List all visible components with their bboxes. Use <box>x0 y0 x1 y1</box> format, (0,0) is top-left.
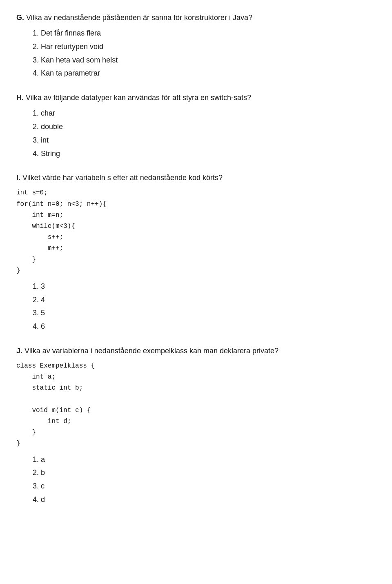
option-text: b <box>41 468 45 477</box>
list-item: 3. 5 <box>33 307 376 319</box>
option-text: Det får finnas flera <box>41 29 101 37</box>
option-text: c <box>41 482 45 490</box>
code-line: static int b; <box>16 384 83 392</box>
option-text: Kan ta parametrar <box>41 69 100 77</box>
question-G-options: 1. Det får finnas flera 2. Har returtype… <box>33 27 376 79</box>
code-line: for(int n=0; n<3; n++){ <box>16 201 107 208</box>
option-text: 3 <box>41 282 45 290</box>
option-text: double <box>41 123 63 131</box>
list-item: 1. Det får finnas flera <box>33 27 376 39</box>
question-H: H. Vilka av följande datatyper kan använ… <box>16 92 376 159</box>
option-num: 4. <box>33 322 39 330</box>
option-num: 3. <box>33 482 39 490</box>
code-line: } <box>16 440 20 447</box>
list-item: 4. 6 <box>33 321 376 332</box>
option-num: 4. <box>33 495 39 504</box>
list-item: 1. 3 <box>33 281 376 292</box>
option-num: 1. <box>33 109 39 117</box>
option-num: 3. <box>33 56 39 64</box>
list-item: 2. double <box>33 121 376 133</box>
question-G-label: G. <box>16 13 24 22</box>
question-J-header: J. Vilka av variablerna i nedanstående e… <box>16 345 376 357</box>
option-num: 2. <box>33 468 39 477</box>
code-line: } <box>16 429 36 436</box>
question-H-header: H. Vilka av följande datatyper kan använ… <box>16 92 376 103</box>
list-item: 3. c <box>33 480 376 492</box>
option-num: 4. <box>33 69 39 77</box>
list-item: 4. String <box>33 148 376 160</box>
option-text: d <box>41 495 45 504</box>
list-item: 4. Kan ta parametrar <box>33 67 376 79</box>
list-item: 2. Har returtypen void <box>33 41 376 53</box>
option-num: 3. <box>33 136 39 144</box>
option-text: String <box>41 149 60 158</box>
question-I-header: I. Vilket värde har variabeln s efter at… <box>16 172 376 183</box>
list-item: 2. b <box>33 467 376 479</box>
question-J-text: Vilka av variablerna i nedanstående exem… <box>24 347 278 355</box>
question-G: G. Vilka av nedanstående påståenden är s… <box>16 12 376 79</box>
code-line <box>16 396 20 403</box>
question-I: I. Vilket värde har variabeln s efter at… <box>16 172 376 332</box>
code-line: } <box>16 256 36 263</box>
list-item: 4. d <box>33 494 376 506</box>
option-text: Kan heta vad som helst <box>41 56 118 64</box>
question-I-code: int s=0; for(int n=0; n<3; n++){ int m=n… <box>16 187 376 276</box>
code-line: } <box>16 267 20 274</box>
option-text: 4 <box>41 296 45 304</box>
question-J-label: J. <box>16 347 22 355</box>
list-item: 3. int <box>33 134 376 146</box>
option-text: 6 <box>41 322 45 330</box>
code-line: m++; <box>16 245 63 252</box>
question-I-text: Vilket värde har variabeln s efter att n… <box>22 174 223 182</box>
question-H-options: 1. char 2. double 3. int 4. String <box>33 107 376 159</box>
list-item: 2. 4 <box>33 294 376 306</box>
option-text: int <box>41 136 49 144</box>
option-num: 1. <box>33 29 39 37</box>
code-line: void m(int c) { <box>16 407 91 414</box>
option-num: 2. <box>33 123 39 131</box>
code-line: int s=0; <box>16 189 48 196</box>
list-item: 1. a <box>33 454 376 466</box>
list-item: 3. Kan heta vad som helst <box>33 54 376 66</box>
option-text: Har returtypen void <box>41 42 103 51</box>
question-J-options: 1. a 2. b 3. c 4. d <box>33 454 376 506</box>
question-G-header: G. Vilka av nedanstående påståenden är s… <box>16 12 376 23</box>
code-line: class Exempelklass { <box>16 362 95 370</box>
question-J: J. Vilka av variablerna i nedanstående e… <box>16 345 376 506</box>
option-num: 4. <box>33 149 39 158</box>
question-J-code: class Exempelklass { int a; static int b… <box>16 361 376 450</box>
option-text: char <box>41 109 55 117</box>
question-I-label: I. <box>16 174 20 182</box>
question-H-label: H. <box>16 94 24 102</box>
option-num: 2. <box>33 296 39 304</box>
code-line: int d; <box>16 418 71 425</box>
option-text: 5 <box>41 309 45 317</box>
code-line: s++; <box>16 234 63 241</box>
option-num: 1. <box>33 455 39 464</box>
question-G-text: Vilka av nedanstående påståenden är sann… <box>26 13 252 22</box>
list-item: 1. char <box>33 107 376 119</box>
option-num: 3. <box>33 309 39 317</box>
option-text: a <box>41 455 45 464</box>
question-I-options: 1. 3 2. 4 3. 5 4. 6 <box>33 281 376 332</box>
code-line: int a; <box>16 373 56 381</box>
code-line: while(m<3){ <box>16 223 75 230</box>
option-num: 1. <box>33 282 39 290</box>
option-num: 2. <box>33 42 39 51</box>
code-line: int m=n; <box>16 212 63 219</box>
question-H-text: Vilka av följande datatyper kan användas… <box>26 94 251 102</box>
